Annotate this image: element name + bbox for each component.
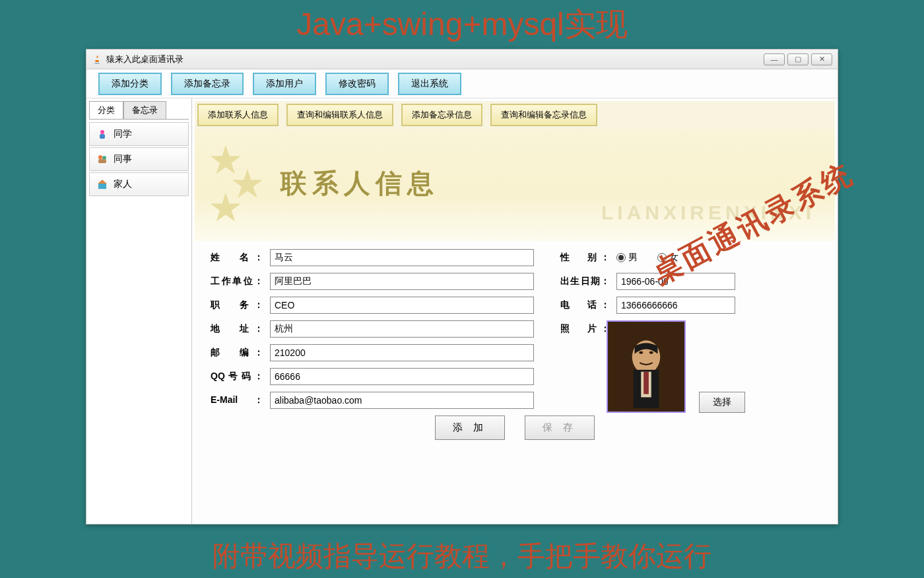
- position-input[interactable]: [270, 297, 534, 314]
- email-label: E-Mail：: [211, 394, 263, 406]
- home-icon: [96, 178, 108, 190]
- sidebar-item-classmate[interactable]: 同学: [89, 122, 189, 146]
- java-icon: [92, 54, 102, 65]
- page-header: Java+swing+mysql实现: [0, 0, 924, 49]
- add-memo-button[interactable]: 添加备忘录: [171, 73, 244, 95]
- main-panel: 桌面通讯录系统 添加联系人信息 查询和编辑联系人信息 添加备忘录信息 查询和编辑…: [192, 98, 838, 524]
- gender-male-radio[interactable]: 男: [616, 252, 638, 264]
- people-icon: [96, 153, 108, 165]
- gender-label: 性 别：: [560, 252, 610, 264]
- zip-input[interactable]: [270, 344, 534, 361]
- address-input[interactable]: [270, 320, 534, 338]
- add-contact-button[interactable]: 添加联系人信息: [197, 104, 279, 126]
- qq-input[interactable]: [270, 368, 534, 385]
- birth-label: 出生日期：: [560, 275, 610, 287]
- radio-icon: [616, 253, 626, 262]
- sidebar: 分类 备忘录 同学 同事 家人: [86, 98, 192, 524]
- svg-rect-1: [100, 134, 105, 139]
- svg-point-13: [649, 351, 653, 354]
- svg-rect-5: [98, 184, 106, 189]
- close-button[interactable]: ✕: [811, 54, 832, 65]
- sidebar-item-label: 同学: [114, 128, 132, 140]
- photo-image: [608, 322, 684, 412]
- zip-label: 邮 编：: [211, 347, 263, 359]
- qq-label: QQ号码：: [211, 371, 263, 382]
- sub-toolbar: 添加联系人信息 查询和编辑联系人信息 添加备忘录信息 查询和编辑备忘录信息: [195, 101, 835, 129]
- add-user-button[interactable]: 添加用户: [253, 73, 316, 95]
- radio-label: 男: [628, 252, 638, 264]
- query-contact-button[interactable]: 查询和编辑联系人信息: [286, 104, 393, 126]
- query-memo-info-button[interactable]: 查询和编辑备忘录信息: [490, 104, 597, 126]
- person-icon: [96, 128, 108, 140]
- photo-preview: [607, 320, 686, 413]
- tab-category[interactable]: 分类: [89, 101, 123, 119]
- minimize-button[interactable]: —: [764, 54, 785, 65]
- add-button[interactable]: 添 加: [435, 415, 505, 440]
- tab-memo[interactable]: 备忘录: [123, 101, 166, 119]
- app-window: 猿来入此桌面通讯录 — ▢ ✕ 添加分类 添加备忘录 添加用户 修改密码 退出系…: [86, 49, 838, 524]
- svg-rect-4: [98, 159, 106, 163]
- svg-point-2: [98, 155, 102, 159]
- svg-marker-6: [98, 180, 107, 184]
- photo-label: 照 片：: [560, 323, 610, 335]
- name-label: 姓 名：: [211, 252, 263, 264]
- save-button[interactable]: 保 存: [525, 415, 595, 440]
- sidebar-item-label: 同事: [114, 153, 132, 165]
- window-title: 猿来入此桌面通讯录: [106, 54, 183, 65]
- phone-label: 电 话：: [560, 299, 610, 311]
- page-footer: 附带视频指导运行教程，手把手教你运行: [0, 538, 924, 575]
- exit-button[interactable]: 退出系统: [398, 73, 461, 95]
- address-label: 地 址：: [211, 323, 263, 335]
- add-memo-info-button[interactable]: 添加备忘录信息: [401, 104, 482, 126]
- email-input[interactable]: [270, 392, 534, 409]
- add-category-button[interactable]: 添加分类: [98, 73, 162, 95]
- svg-point-12: [639, 351, 643, 354]
- svg-point-0: [100, 130, 104, 134]
- star-icon: ★ ★★: [208, 149, 265, 220]
- sidebar-item-family[interactable]: 家人: [89, 172, 189, 196]
- contact-form: 姓 名： 性 别： 男 女 工作单位: [195, 241, 835, 521]
- sidebar-item-label: 家人: [114, 178, 132, 190]
- svg-rect-11: [644, 372, 649, 394]
- name-input[interactable]: [270, 249, 534, 266]
- company-input[interactable]: [270, 273, 534, 290]
- phone-input[interactable]: [616, 297, 735, 314]
- maximize-button[interactable]: ▢: [787, 54, 808, 65]
- company-label: 工作单位：: [211, 275, 263, 287]
- sidebar-item-colleague[interactable]: 同事: [89, 147, 189, 171]
- main-toolbar: 添加分类 添加备忘录 添加用户 修改密码 退出系统: [86, 69, 838, 98]
- change-password-button[interactable]: 修改密码: [325, 73, 389, 95]
- titlebar: 猿来入此桌面通讯录 — ▢ ✕: [86, 50, 838, 69]
- position-label: 职 务：: [211, 299, 263, 311]
- select-photo-button[interactable]: 选择: [699, 392, 745, 413]
- banner-title: 联系人信息: [280, 165, 439, 201]
